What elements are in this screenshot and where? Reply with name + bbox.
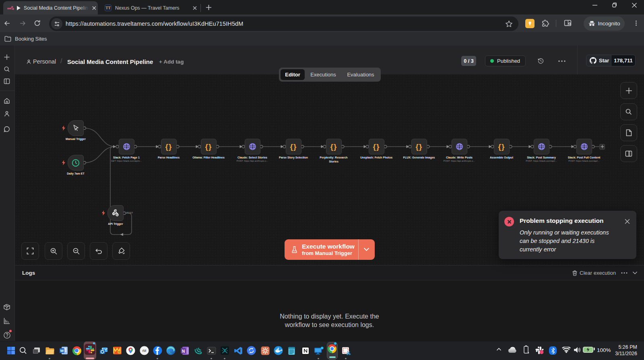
svg-text:W: W xyxy=(60,348,64,353)
svg-text:N: N xyxy=(182,349,184,353)
svg-text:rM: rM xyxy=(142,349,147,353)
